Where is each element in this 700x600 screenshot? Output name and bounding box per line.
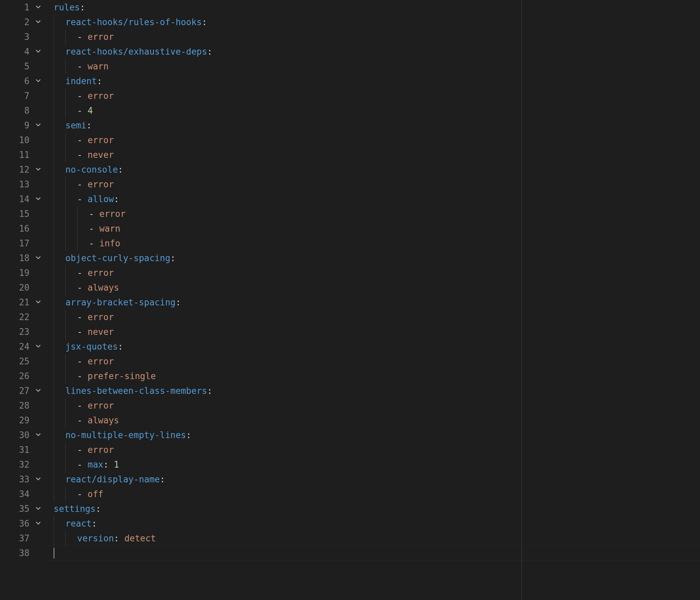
line-number: 9: [0, 120, 33, 130]
code-line[interactable]: - never: [44, 148, 700, 162]
fold-toggle[interactable]: [33, 165, 44, 175]
code-line[interactable]: no-console:: [44, 162, 700, 177]
fold-toggle[interactable]: [33, 194, 44, 204]
code-editor[interactable]: 1234567891011121314151617181920212223242…: [0, 0, 700, 600]
token-key: max: [88, 459, 103, 470]
code-line[interactable]: - never: [44, 324, 700, 339]
code-line[interactable]: [44, 546, 700, 560]
line-number: 8: [0, 106, 33, 116]
token-dash: -: [77, 401, 88, 410]
fold-toggle[interactable]: [33, 474, 44, 484]
indent-guide: [54, 59, 54, 74]
fold-toggle[interactable]: [33, 504, 44, 514]
code-line[interactable]: - warn: [44, 59, 700, 74]
code-line[interactable]: lines-between-class-members:: [44, 383, 700, 398]
code-line[interactable]: version: detect: [44, 531, 700, 546]
indent-guide: [54, 162, 54, 177]
code-line[interactable]: react/display-name:: [44, 472, 700, 487]
code-line[interactable]: - always: [44, 413, 700, 428]
code-line[interactable]: - off: [44, 487, 700, 501]
token-key: object-curly-spacing: [66, 253, 170, 263]
token-dash: -: [77, 282, 88, 293]
code-line[interactable]: - error: [44, 133, 700, 148]
token-str: warn: [88, 61, 109, 71]
code-line[interactable]: no-multiple-empty-lines:: [44, 428, 700, 443]
code-line[interactable]: settings:: [44, 501, 700, 516]
code-line[interactable]: - error: [44, 354, 700, 369]
indent-guide: [54, 280, 54, 295]
fold-toggle[interactable]: [33, 17, 44, 27]
token-str: warn: [99, 224, 120, 234]
code-line[interactable]: react-hooks/rules-of-hooks:: [44, 15, 700, 29]
token-key: array-bracket-spacing: [66, 297, 176, 307]
line-number: 7: [0, 91, 33, 101]
token-dash: -: [77, 179, 88, 190]
indent-guide: [54, 133, 54, 148]
code-line[interactable]: - max: 1: [44, 457, 700, 472]
line-number: 13: [0, 179, 33, 190]
code-line[interactable]: - prefer-single: [44, 369, 700, 383]
fold-toggle[interactable]: [33, 120, 44, 130]
code-line[interactable]: - always: [44, 280, 700, 295]
fold-toggle[interactable]: [33, 297, 44, 307]
chevron-down-icon: [35, 519, 42, 529]
fold-toggle[interactable]: [33, 76, 44, 86]
code-line[interactable]: - error: [44, 206, 700, 221]
code-line[interactable]: jsx-quotes:: [44, 339, 700, 354]
chevron-down-icon: [35, 297, 42, 307]
fold-toggle[interactable]: [33, 47, 44, 57]
code-line[interactable]: - error: [44, 443, 700, 457]
line-number: 1: [0, 2, 33, 12]
token-str: never: [88, 150, 114, 160]
token-colon: :: [86, 120, 92, 130]
indent-guide: [54, 339, 54, 354]
indent-guide: [54, 118, 54, 133]
token-colon: :: [118, 342, 123, 352]
code-area[interactable]: rules:react-hooks/rules-of-hooks:- error…: [44, 0, 700, 600]
code-line[interactable]: - error: [44, 89, 700, 103]
code-line[interactable]: rules:: [44, 0, 700, 15]
token-dash: -: [77, 459, 88, 470]
chevron-down-icon: [35, 430, 42, 440]
fold-toggle[interactable]: [33, 2, 44, 12]
fold-toggle[interactable]: [33, 386, 44, 396]
token-dash: -: [89, 224, 99, 234]
chevron-down-icon: [35, 474, 42, 484]
code-line[interactable]: - allow:: [44, 192, 700, 206]
token-dash: -: [77, 445, 88, 455]
token-str: error: [88, 312, 114, 322]
fold-toggle[interactable]: [33, 253, 44, 263]
code-line[interactable]: - error: [44, 29, 700, 44]
code-line[interactable]: - 4: [44, 103, 700, 118]
code-line[interactable]: array-bracket-spacing:: [44, 295, 700, 310]
indent-guide: [54, 383, 54, 398]
line-number: 30: [0, 430, 33, 440]
line-number: 16: [0, 224, 33, 234]
code-line[interactable]: react-hooks/exhaustive-deps:: [44, 44, 700, 59]
token-colon: :: [92, 519, 97, 529]
indent-guide: [54, 221, 54, 236]
code-line[interactable]: - error: [44, 398, 700, 413]
token-colon: :: [80, 2, 85, 12]
indent-guide: [54, 324, 54, 339]
line-number: 15: [0, 209, 33, 219]
code-line[interactable]: - warn: [44, 221, 700, 236]
fold-toggle[interactable]: [33, 342, 44, 352]
token-str: error: [88, 356, 114, 366]
line-number: 19: [0, 268, 33, 278]
code-line[interactable]: - error: [44, 177, 700, 192]
code-line[interactable]: - error: [44, 266, 700, 280]
token-colon: :: [202, 17, 207, 27]
code-line[interactable]: - error: [44, 310, 700, 324]
fold-toggle[interactable]: [33, 430, 44, 440]
code-line[interactable]: object-curly-spacing:: [44, 251, 700, 266]
token-key: rules: [54, 2, 80, 12]
line-number: 21: [0, 297, 33, 307]
code-line[interactable]: semi:: [44, 118, 700, 133]
line-number: 11: [0, 150, 33, 160]
code-line[interactable]: - info: [44, 236, 700, 251]
token-colon: :: [176, 297, 181, 307]
code-line[interactable]: indent:: [44, 74, 700, 89]
code-line[interactable]: react:: [44, 516, 700, 531]
fold-toggle[interactable]: [33, 519, 44, 529]
